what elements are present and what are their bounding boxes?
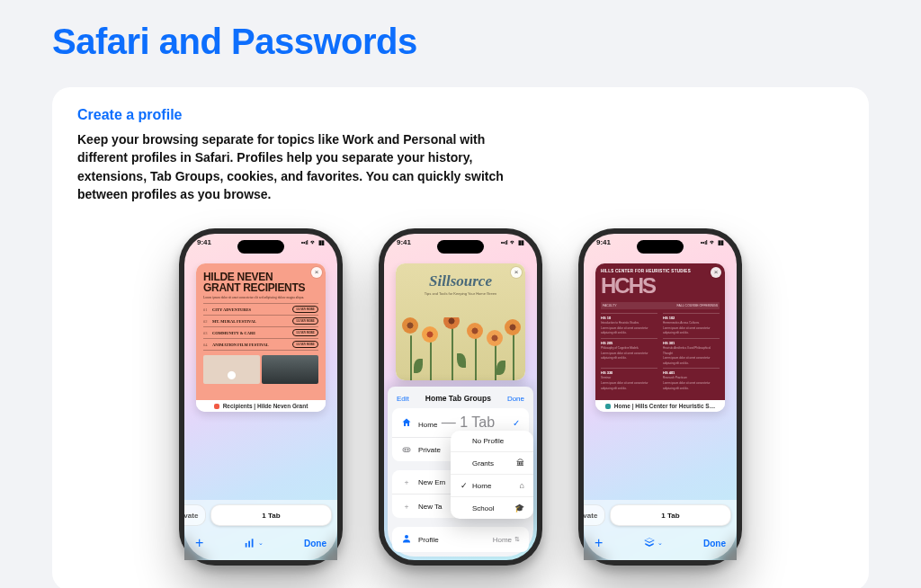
- feature-card: Create a profile Keep your browsing sepa…: [52, 87, 869, 588]
- tab-switcher-toolbar: Private 1 Tab + ⌄ Done: [584, 500, 737, 560]
- page-title: Safari and Passwords: [52, 22, 869, 62]
- profile-option[interactable]: Grants🏛: [451, 452, 533, 475]
- tab-title-bar: Home | Hills Center for Heuristic S…: [595, 400, 725, 412]
- tab-card[interactable]: × HILLS CENTER FOR HEURISTIC STUDIES HCH…: [595, 263, 725, 412]
- tab-preview: HILLS CENTER FOR HEURISTIC STUDIES HCHS …: [595, 263, 725, 400]
- done-button[interactable]: Done: [304, 539, 326, 548]
- home-icon: [401, 417, 412, 428]
- done-button[interactable]: Done: [703, 539, 726, 548]
- tab-count-pill[interactable]: 1 Tab: [610, 504, 731, 526]
- phone-left: 9:41 ••ıl ᯤ ▮▮ × HILDE NEVEN GRANT RECIP…: [179, 228, 343, 566]
- subbar-right: FALL COURSE OFFERINGS: [677, 304, 718, 307]
- preview-h2: GRANT RECIPIENTS: [203, 283, 318, 293]
- updown-icon: ⇅: [514, 536, 520, 543]
- svg-point-5: [407, 450, 409, 451]
- status-time: 9:41: [397, 238, 411, 246]
- tab-title: Home | Hills Center for Heuristic S…: [614, 403, 715, 409]
- feature-body: Keep your browsing separate for topics l…: [77, 130, 527, 203]
- svg-rect-3: [403, 448, 410, 452]
- status-time: 9:41: [596, 238, 611, 246]
- tab-count-pill[interactable]: 1 Tab: [210, 504, 332, 526]
- svg-point-6: [405, 535, 408, 539]
- phone-middle: 9:41 ••ıl ᯤ ▮▮ × Sillsource Tips and Too…: [379, 228, 542, 566]
- profile-value: Home: [493, 536, 512, 544]
- done-button[interactable]: Done: [507, 395, 524, 403]
- preview-logo: HCHS: [601, 273, 720, 298]
- profile-switcher-button[interactable]: ⌄: [244, 537, 264, 549]
- row-sublabel: — 1 Tab: [437, 414, 495, 430]
- row-label: Profile: [418, 536, 439, 544]
- preview-tagline: Tips and Tools for Keeping Your Home Gre…: [425, 292, 496, 297]
- row-label: Home: [418, 421, 437, 429]
- profile-icon: [401, 533, 412, 546]
- plus-icon: ＋: [401, 501, 412, 512]
- svg-rect-0: [246, 543, 247, 548]
- private-icon: [401, 444, 412, 455]
- private-pill[interactable]: Private: [584, 504, 605, 526]
- new-tab-button[interactable]: +: [595, 535, 603, 551]
- feature-heading: Create a profile: [77, 107, 844, 123]
- tab-title: Recipients | Hilde Neven Grant: [223, 403, 308, 409]
- tab-card[interactable]: × HILDE NEVEN GRANT RECIPIENTS Lorem ips…: [196, 263, 326, 412]
- profile-row[interactable]: Profile Home ⇅: [392, 527, 529, 552]
- svg-rect-2: [252, 539, 254, 548]
- dynamic-island: [237, 240, 284, 254]
- status-time: 9:41: [197, 238, 211, 246]
- edit-button[interactable]: Edit: [397, 395, 409, 403]
- dynamic-island: [437, 240, 484, 254]
- plus-icon: ＋: [401, 477, 412, 487]
- checkmark-icon: ✓: [513, 418, 520, 428]
- svg-rect-1: [248, 541, 250, 548]
- profile-option[interactable]: ✓Home⌂: [451, 475, 533, 497]
- tab-preview: Sillsource Tips and Tools for Keeping Yo…: [396, 263, 525, 380]
- tab-preview: HILDE NEVEN GRANT RECIPIENTS Lorem ipsum…: [196, 263, 326, 400]
- private-pill[interactable]: Private: [184, 504, 206, 526]
- status-indicators: ••ıl ᯤ ▮▮: [301, 238, 325, 246]
- svg-point-4: [405, 450, 407, 451]
- status-indicators: ••ıl ᯤ ▮▮: [701, 238, 724, 246]
- favicon-icon: [605, 404, 611, 409]
- phone-right: 9:41 ••ıl ᯤ ▮▮ × HILLS CENTER FOR HEURIS…: [578, 228, 742, 566]
- phones-row: 9:41 ••ıl ᯤ ▮▮ × HILDE NEVEN GRANT RECIP…: [77, 228, 844, 566]
- profile-switcher-button[interactable]: ⌄: [643, 537, 663, 549]
- tab-card[interactable]: × Sillsource Tips and Tools for Keeping …: [396, 263, 525, 380]
- profile-option[interactable]: School🎓: [451, 497, 533, 519]
- profile-option[interactable]: No Profile: [451, 431, 533, 452]
- favicon-icon: [214, 404, 219, 409]
- tab-switcher-toolbar: Private 1 Tab + ⌄ Done: [184, 500, 337, 560]
- tab-title-bar: Recipients | Hilde Neven Grant: [196, 400, 326, 412]
- new-tab-button[interactable]: +: [195, 535, 203, 551]
- preview-brand: Sillsource: [429, 272, 492, 290]
- status-indicators: ••ıl ᯤ ▮▮: [501, 238, 524, 246]
- subbar-left: FACULTY: [603, 304, 617, 307]
- sheet-title: Home Tab Groups: [425, 394, 491, 403]
- dynamic-island: [637, 240, 684, 254]
- profile-popover: No ProfileGrants🏛✓Home⌂School🎓: [451, 431, 533, 519]
